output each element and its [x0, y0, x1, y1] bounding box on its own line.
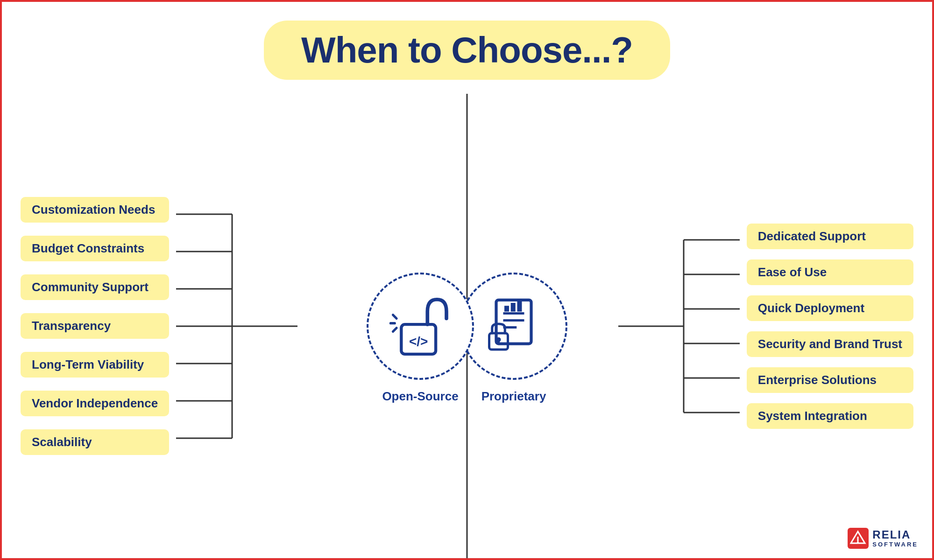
- svg-rect-28: [517, 301, 522, 312]
- tag-quick: Quick Deployment: [747, 295, 913, 321]
- right-items-container: Dedicated Support Ease of Use Quick Depl…: [618, 205, 913, 448]
- svg-text:</>: </>: [409, 334, 428, 349]
- proprietary-label: Proprietary: [481, 389, 546, 404]
- center-icons: </> Open-Source: [367, 273, 567, 380]
- right-connector-svg: [618, 205, 740, 448]
- open-source-circle: </> Open-Source: [367, 273, 474, 380]
- svg-line-21: [393, 328, 396, 331]
- svg-point-34: [857, 541, 859, 543]
- tag-vendor: Vendor Independence: [21, 391, 169, 416]
- open-source-label: Open-Source: [382, 389, 458, 404]
- left-items-container: Customization Needs Budget Constraints C…: [21, 191, 297, 462]
- main-content: Customization Needs Budget Constraints C…: [2, 94, 932, 558]
- svg-line-19: [393, 315, 396, 318]
- title-wrapper: When to Choose...?: [264, 21, 670, 80]
- proprietary-circle: Proprietary: [460, 273, 567, 380]
- tag-enterprise: Enterprise Solutions: [747, 367, 913, 393]
- svg-rect-31: [497, 339, 500, 343]
- tag-longterm: Long-Term Viability: [21, 352, 169, 378]
- tag-transparency: Transparency: [21, 313, 169, 339]
- logo-text: RELIA SOFTWARE: [872, 529, 918, 548]
- page-container: When to Choose...? Customization Needs B…: [2, 2, 932, 558]
- tag-budget: Budget Constraints: [21, 236, 169, 261]
- tag-community: Community Support: [21, 274, 169, 300]
- logo-icon: [848, 528, 869, 549]
- tag-ease: Ease of Use: [747, 259, 913, 285]
- proprietary-icon: [479, 291, 549, 361]
- logo: RELIA SOFTWARE: [848, 528, 918, 549]
- relia-icon-svg: [850, 530, 866, 546]
- logo-sub: SOFTWARE: [872, 541, 918, 548]
- left-connector-svg: [176, 191, 297, 462]
- right-tags-list: Dedicated Support Ease of Use Quick Depl…: [747, 224, 913, 429]
- tag-security: Security and Brand Trust: [747, 331, 913, 357]
- svg-rect-27: [511, 303, 516, 312]
- page-title: When to Choose...?: [301, 29, 633, 70]
- logo-brand: RELIA: [872, 529, 918, 541]
- svg-rect-26: [504, 306, 509, 312]
- tag-customization: Customization Needs: [21, 197, 169, 223]
- tag-dedicated: Dedicated Support: [747, 224, 913, 249]
- tag-system: System Integration: [747, 403, 913, 429]
- left-tags-list: Customization Needs Budget Constraints C…: [21, 197, 169, 455]
- open-lock-icon: </>: [388, 294, 453, 359]
- tag-scalability: Scalability: [21, 429, 169, 455]
